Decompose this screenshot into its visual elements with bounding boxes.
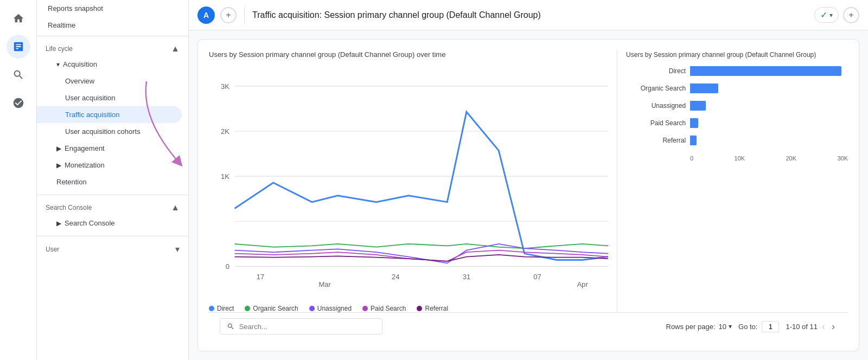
sidebar-item-realtime[interactable]: Realtime xyxy=(37,17,182,34)
bar-row-direct: Direct xyxy=(626,66,848,76)
sidebar-item-user-acquisition[interactable]: User acquisition xyxy=(37,89,182,106)
sidebar: Reports snapshot Realtime Life cycle ▲ ▾… xyxy=(37,0,189,360)
search-console-section[interactable]: Search Console ▲ xyxy=(37,197,188,215)
svg-text:17: 17 xyxy=(257,273,265,281)
go-to-input[interactable] xyxy=(762,321,779,332)
status-chevron: ▾ xyxy=(829,11,833,19)
sidebar-item-reports-snapshot[interactable]: Reports snapshot xyxy=(37,0,182,17)
bar-row-paid: Paid Search xyxy=(626,118,848,128)
search-console-group: Search Console ▲ ▶ Search Console xyxy=(37,197,188,232)
svg-text:31: 31 xyxy=(463,273,471,281)
svg-text:2K: 2K xyxy=(221,127,229,136)
rows-dropdown-icon: ▾ xyxy=(729,323,732,330)
reports-snapshot-label: Reports snapshot xyxy=(48,4,103,12)
monetization-arrow: ▶ xyxy=(56,162,61,169)
svg-text:Mar: Mar xyxy=(318,280,331,288)
bar-fill-direct xyxy=(690,66,841,76)
sidebar-item-monetization[interactable]: ▶ Monetization xyxy=(37,157,182,173)
sidebar-item-traffic-acquisition[interactable]: Traffic acquisition xyxy=(37,106,182,123)
bar-track-paid xyxy=(690,118,848,128)
legend-dot-direct xyxy=(209,306,214,311)
topbar-actions: ✓ ▾ + xyxy=(814,7,859,23)
bar-fill-paid xyxy=(690,118,698,128)
bar-track-direct xyxy=(690,66,848,76)
sidebar-item-engagement[interactable]: ▶ Engagement xyxy=(37,140,182,157)
svg-text:3K: 3K xyxy=(221,82,229,91)
search-icon[interactable] xyxy=(7,63,30,87)
legend-paid-search: Paid Search xyxy=(362,305,406,312)
line-chart-svg: 3K 2K 1K 0 xyxy=(209,67,608,298)
footer-bar: Rows per page: 10 ▾ Go to: 1-10 of 11 ‹ … xyxy=(209,312,848,340)
bar-fill-unassigned xyxy=(690,101,706,111)
page-title: Traffic acquisition: Session primary cha… xyxy=(252,10,809,20)
user-section[interactable]: User ▾ xyxy=(37,239,188,256)
chart-panel: Users by Session primary channel group (… xyxy=(197,39,859,351)
lifecycle-section[interactable]: Life cycle ▲ xyxy=(37,38,188,56)
check-icon: ✓ xyxy=(820,10,827,20)
next-page-button[interactable]: › xyxy=(829,320,837,333)
acquisition-arrow: ▾ xyxy=(56,61,60,68)
realtime-label: Realtime xyxy=(48,21,75,29)
lifecycle-chevron: ▲ xyxy=(171,44,180,54)
settings-icon[interactable] xyxy=(7,91,30,115)
rows-value: 10 xyxy=(719,323,726,331)
sidebar-item-search-console[interactable]: ▶ Search Console xyxy=(37,215,182,232)
search-icon-footer xyxy=(227,322,235,331)
svg-text:1K: 1K xyxy=(221,172,229,181)
user-chevron: ▾ xyxy=(175,244,180,254)
legend-dot-unassigned xyxy=(309,306,315,311)
home-icon[interactable] xyxy=(7,7,30,30)
bar-label-referral: Referral xyxy=(626,137,686,144)
bar-fill-referral xyxy=(690,136,697,145)
analytics-icon[interactable] xyxy=(7,35,30,59)
add-report-button[interactable]: + xyxy=(220,7,237,23)
go-to-label: Go to: xyxy=(738,323,757,331)
rows-per-page: Rows per page: 10 ▾ xyxy=(666,323,732,331)
search-console-arrow: ▶ xyxy=(56,220,61,227)
bar-row-unassigned: Unassigned xyxy=(626,101,848,111)
svg-text:07: 07 xyxy=(533,273,541,281)
legend-dot-referral xyxy=(417,306,422,311)
search-box[interactable] xyxy=(220,318,382,335)
bar-chart-container: Users by Session primary channel group (… xyxy=(617,50,848,312)
svg-text:0: 0 xyxy=(226,262,229,271)
engagement-arrow: ▶ xyxy=(56,145,61,152)
bar-fill-organic xyxy=(690,83,718,93)
bar-track-organic xyxy=(690,83,848,93)
bar-track-referral xyxy=(690,136,848,145)
topbar: A + Traffic acquisition: Session primary… xyxy=(189,0,868,30)
bar-x-axis: 0 10K 20K 30K xyxy=(626,155,848,162)
legend-dot-paid xyxy=(362,306,368,311)
bar-label-direct: Direct xyxy=(626,67,686,75)
bar-track-unassigned xyxy=(690,101,848,111)
status-button[interactable]: ✓ ▾ xyxy=(814,7,839,23)
add-comparison-button[interactable]: + xyxy=(843,7,859,23)
sidebar-item-overview[interactable]: Overview xyxy=(37,73,182,89)
rows-select[interactable]: 10 ▾ xyxy=(719,323,732,331)
legend-unassigned: Unassigned xyxy=(309,305,352,312)
legend-organic-search: Organic Search xyxy=(245,305,298,312)
line-chart-container: Users by Session primary channel group (… xyxy=(209,50,608,312)
sidebar-item-user-acquisition-cohorts[interactable]: User acquisition cohorts xyxy=(37,123,182,140)
topbar-divider xyxy=(244,8,245,23)
legend-direct: Direct xyxy=(209,305,234,312)
svg-text:Apr: Apr xyxy=(577,280,588,288)
content-area: Users by Session primary channel group (… xyxy=(189,30,868,360)
line-chart-title: Users by Session primary channel group (… xyxy=(209,50,608,59)
bar-label-organic: Organic Search xyxy=(626,85,686,92)
go-to: Go to: xyxy=(738,321,779,332)
bar-row-organic: Organic Search xyxy=(626,83,848,93)
bar-label-paid: Paid Search xyxy=(626,119,686,127)
avatar: A xyxy=(197,7,215,24)
sidebar-item-acquisition[interactable]: ▾ Acquisition xyxy=(37,56,182,73)
page-nav: 1-10 of 11 ‹ › xyxy=(786,320,837,333)
lifecycle-group: Life cycle ▲ ▾ Acquisition Overview User… xyxy=(37,38,188,190)
main-content: A + Traffic acquisition: Session primary… xyxy=(189,0,868,360)
bar-chart-title: Users by Session primary channel group (… xyxy=(626,50,848,60)
prev-page-button[interactable]: ‹ xyxy=(820,320,827,333)
sidebar-item-retention[interactable]: Retention xyxy=(37,173,182,190)
table-search-input[interactable] xyxy=(239,323,375,331)
charts-area: Users by Session primary channel group (… xyxy=(209,50,848,312)
legend-dot-organic xyxy=(245,306,250,311)
search-console-chevron: ▲ xyxy=(171,203,180,213)
